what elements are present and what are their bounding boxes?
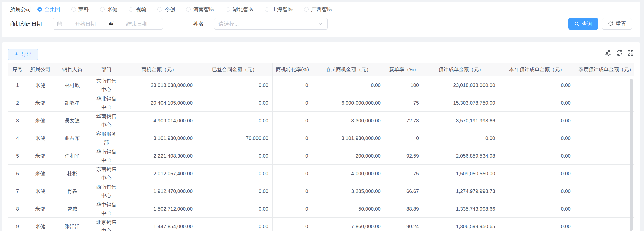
column-header-2: 销售人员	[53, 63, 91, 76]
table-cell	[575, 112, 634, 129]
table-cell: 1,447,854,000.00	[121, 218, 197, 231]
table-cell	[575, 200, 634, 218]
table-cell: 0	[385, 129, 423, 147]
table-cell: 米健	[27, 147, 53, 165]
name-select-placeholder: 请选择...	[218, 20, 318, 27]
company-radio-option-8[interactable]: 广西智医	[304, 6, 332, 13]
table-cell: 0.00	[197, 147, 273, 165]
table-cell: 50,000.00	[312, 200, 385, 218]
table-cell	[575, 218, 634, 231]
table-cell: 1,912,470,000.00	[121, 182, 197, 200]
table-cell: 0.00	[197, 94, 273, 112]
table-cell: 0	[273, 112, 312, 129]
radio-icon	[304, 7, 309, 12]
table-cell: 3,285,000.00	[312, 182, 385, 200]
table-cell: 15,303,078,750.00	[423, 94, 499, 112]
end-date-placeholder[interactable]: 结束日期	[115, 20, 159, 27]
table-cell	[575, 94, 634, 112]
table-cell: 米健	[27, 94, 53, 112]
table-cell: 4,000,000.00	[312, 165, 385, 182]
table-cell: 吴文迪	[53, 112, 91, 129]
refresh-icon[interactable]	[616, 49, 623, 56]
vertical-scrollbar[interactable]	[630, 79, 633, 231]
table-cell: 米健	[27, 182, 53, 200]
table-cell: 东南销售中心	[91, 165, 121, 182]
table-row-2: 2米健胡双星华北销售中心20,404,105,000.000.0006,900,…	[8, 94, 634, 112]
table-cell: 0.00	[197, 112, 273, 129]
table-cell: 任和平	[53, 147, 91, 165]
table-cell	[575, 76, 634, 94]
table-cell: 0	[273, 94, 312, 112]
company-radio-option-6[interactable]: 湖北智医	[226, 6, 254, 13]
fullscreen-icon[interactable]	[627, 49, 634, 56]
statistics-table: 序号所属公司销售人员部门商机金额（元）已签合同金额（元）商机转化率(%)存量商机…	[8, 63, 634, 231]
radio-label: 视翰	[136, 6, 146, 13]
table-cell: 6,900,000,000.00	[312, 94, 385, 112]
radio-icon	[100, 7, 105, 12]
table-cell: 0.00	[499, 112, 575, 129]
table-cell: 23,018,038,000.00	[121, 76, 197, 94]
chevron-down-icon	[318, 21, 323, 27]
table-cell: 0.00	[197, 218, 273, 231]
table-row-6: 6米健杜彬东南销售中心2,012,067,400.000.0004,000,00…	[8, 165, 634, 182]
table-cell: 23,018,038,000.00	[423, 76, 499, 94]
table-cell: 林可欣	[53, 76, 91, 94]
query-button-label: 查询	[582, 20, 592, 27]
column-header-0: 序号	[8, 63, 27, 76]
table-cell: 北京销售中心	[91, 218, 121, 231]
table-cell: 8	[8, 200, 27, 218]
table-cell: 3,570,191,998.66	[423, 112, 499, 129]
column-header-10: 本年预计成单金额（元）	[499, 63, 575, 76]
table-cell: 米健	[27, 112, 53, 129]
company-radio-option-5[interactable]: 河南智医	[186, 6, 214, 13]
search-icon	[574, 21, 579, 26]
table-cell: 1,335,743,998.66	[423, 200, 499, 218]
table-cell: 华南销售中心	[91, 112, 121, 129]
export-button-label: 导出	[21, 51, 32, 58]
query-button[interactable]: 查询	[568, 18, 598, 30]
name-select[interactable]: 请选择...	[214, 18, 328, 30]
filter-actions: 查询 重置	[568, 18, 632, 30]
radio-icon	[129, 7, 133, 12]
column-settings-icon[interactable]	[605, 49, 612, 56]
reset-icon	[608, 21, 613, 26]
company-radio-option-2[interactable]: 米健	[100, 6, 118, 13]
table-cell: 东南销售中心	[91, 76, 121, 94]
column-header-9: 预计成单金额（元）	[423, 63, 499, 76]
table-cell: 米健	[27, 76, 53, 94]
reset-button[interactable]: 重置	[602, 18, 632, 30]
company-radio-option-0[interactable]: 全集团	[37, 6, 60, 13]
table-cell: 92.59	[385, 147, 423, 165]
table-cell: 200,000.00	[312, 147, 385, 165]
radio-icon	[186, 7, 191, 12]
table-cell: 0	[273, 182, 312, 200]
table-cell: 1	[8, 76, 27, 94]
table-cell: 胡双星	[53, 94, 91, 112]
table-cell: 20,404,105,000.00	[121, 94, 197, 112]
table-cell	[575, 147, 634, 165]
table-cell: 0.00	[499, 76, 575, 94]
table-cell: 66.67	[385, 182, 423, 200]
radio-label: 荣科	[78, 6, 89, 13]
table-cell: 0.00	[499, 129, 575, 147]
table-cell: 1,502,712,000.00	[121, 200, 197, 218]
radio-icon	[157, 7, 162, 12]
company-radio-group: 全集团荣科米健视翰今创河南智医湖北智医上海智医广西智医	[37, 6, 343, 13]
table-cell: 75	[385, 94, 423, 112]
table-cell	[575, 129, 634, 147]
table-cell: 0	[273, 218, 312, 231]
start-date-placeholder[interactable]: 开始日期	[63, 20, 108, 27]
table-cell: 9	[8, 218, 27, 231]
company-radio-option-1[interactable]: 荣科	[71, 6, 89, 13]
table-cell: 0.00	[499, 165, 575, 182]
export-button[interactable]: 导出	[8, 49, 38, 60]
column-header-7: 存量商机金额（元）	[312, 63, 385, 76]
table-cell: 肖犇	[53, 182, 91, 200]
column-header-6: 商机转化率(%)	[273, 63, 312, 76]
column-header-8: 赢单率（%）	[385, 63, 423, 76]
company-radio-option-3[interactable]: 视翰	[129, 6, 146, 13]
company-radio-option-7[interactable]: 上海智医	[265, 6, 293, 13]
date-range-input[interactable]: 开始日期 至 结束日期	[53, 18, 163, 30]
company-radio-option-4[interactable]: 今创	[157, 6, 175, 13]
table-cell: 0	[273, 129, 312, 147]
